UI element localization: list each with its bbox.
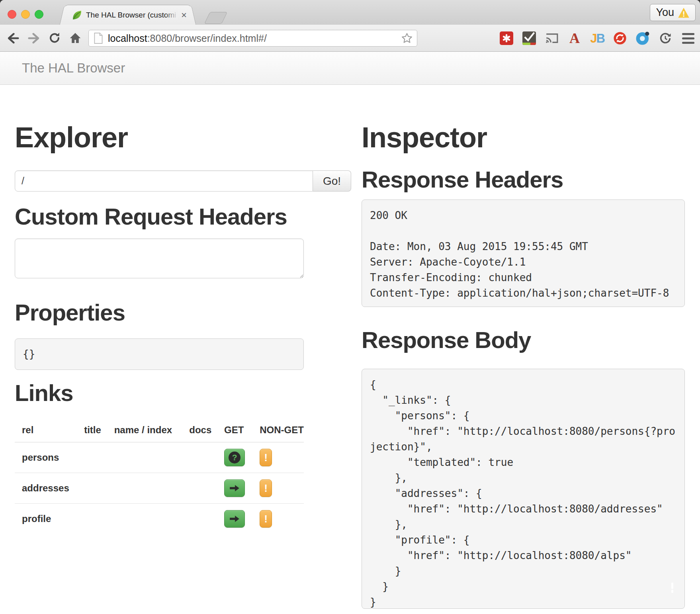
blue-circle-extension-icon[interactable] (635, 31, 650, 45)
traffic-lights (8, 10, 43, 19)
letter-a-extension-icon[interactable]: A (567, 31, 582, 45)
tab-strip: The HAL Browser (customi × You (0, 0, 700, 25)
site-brand: The HAL Browser (22, 61, 125, 76)
home-button[interactable] (68, 32, 83, 45)
response-body-title: Response Body (362, 329, 685, 352)
feedly-mini-button[interactable] (666, 581, 684, 599)
bookmark-star-icon[interactable] (401, 32, 413, 44)
response-headers-title: Response Headers (362, 168, 685, 191)
minimize-window-button[interactable] (21, 10, 30, 19)
non-get-button[interactable]: ! (260, 479, 272, 497)
non-get-button[interactable]: ! (260, 510, 272, 528)
rel-label: addresses (15, 473, 84, 504)
url-path: :8080/browser/index.html#/ (147, 33, 267, 44)
get-follow-button[interactable] (224, 510, 245, 528)
inspector-title: Inspector (362, 123, 685, 152)
url-host: localhost (108, 33, 147, 44)
explorer-address-group: Go! (15, 170, 351, 192)
rel-label: profile (15, 504, 84, 534)
table-row-persons: persons ? ! (15, 442, 304, 473)
page-icon (94, 32, 103, 44)
extension-icons: A JB (499, 25, 695, 52)
forward-button[interactable] (26, 32, 41, 44)
links-table-header-row: rel title name / index docs GET NON-GET (15, 417, 304, 442)
response-body-wrap: { "_links": { "persons": { "href": "http… (362, 369, 685, 609)
site-navbar: The HAL Browser (0, 52, 700, 85)
explorer-address-input[interactable] (15, 170, 313, 192)
docs-cell (189, 442, 224, 473)
table-row-addresses: addresses ! (15, 473, 304, 504)
properties-value: {} (15, 338, 304, 370)
arrow-right-icon (229, 484, 240, 493)
reload-button[interactable] (47, 32, 62, 45)
red-sync-extension-icon[interactable] (613, 31, 627, 45)
title-cell (84, 504, 114, 534)
back-arrow-icon (6, 32, 20, 44)
jb-extension-icon[interactable]: JB (590, 31, 604, 45)
inspector-column: Inspector Response Headers 200 OK Date: … (362, 85, 685, 609)
title-cell (84, 473, 114, 504)
col-header-rel: rel (15, 417, 84, 442)
reload-icon (48, 32, 61, 45)
home-icon (69, 32, 82, 45)
lastpass-extension-icon[interactable] (499, 31, 514, 45)
new-tab-button[interactable] (204, 12, 228, 24)
arrow-right-icon (229, 514, 240, 523)
name-index-cell (114, 442, 190, 473)
page-content: Explorer Go! Custom Request Headers Prop… (0, 85, 700, 609)
custom-request-headers-title: Custom Request Headers (15, 205, 351, 228)
properties-title: Properties (15, 301, 351, 324)
chromecast-extension-icon[interactable] (545, 31, 559, 45)
spring-leaf-favicon (71, 10, 82, 21)
forward-arrow-icon (27, 32, 41, 44)
get-templated-button[interactable]: ? (224, 449, 245, 466)
address-bar[interactable]: localhost:8080/browser/index.html#/ (88, 30, 417, 47)
checkmark-extension-icon[interactable] (522, 31, 536, 45)
session-sync-extension-icon[interactable] (658, 31, 673, 45)
explorer-column: Explorer Go! Custom Request Headers Prop… (15, 85, 351, 534)
name-index-cell (114, 473, 190, 504)
non-get-button[interactable]: ! (260, 449, 272, 466)
zoom-window-button[interactable] (35, 10, 43, 19)
response-body-value: { "_links": { "persons": { "href": "http… (362, 369, 685, 609)
name-index-cell (114, 504, 190, 534)
col-header-title: title (84, 417, 114, 442)
profile-you-label: You (656, 6, 674, 19)
col-header-get: GET (224, 417, 260, 442)
links-table: rel title name / index docs GET NON-GET … (15, 417, 304, 534)
profile-you-button[interactable]: You (650, 4, 696, 21)
tab-close-icon[interactable]: × (181, 10, 187, 20)
get-follow-button[interactable] (224, 479, 245, 497)
col-header-docs: docs (189, 417, 224, 442)
go-button[interactable]: Go! (313, 170, 351, 192)
col-header-non-get: NON-GET (260, 417, 304, 442)
col-header-name-index: name / index (114, 417, 190, 442)
custom-request-headers-input[interactable] (15, 239, 304, 278)
warning-icon (678, 7, 690, 18)
question-icon: ? (229, 452, 241, 463)
docs-cell (189, 504, 224, 534)
back-button[interactable] (6, 32, 21, 44)
explorer-title: Explorer (15, 123, 351, 152)
close-window-button[interactable] (8, 10, 16, 19)
response-headers-value: 200 OK Date: Mon, 03 Aug 2015 19:55:45 G… (362, 199, 685, 307)
browser-toolbar: localhost:8080/browser/index.html#/ (0, 25, 700, 52)
rel-label: persons (15, 442, 84, 473)
url-text: localhost:8080/browser/index.html#/ (108, 33, 401, 44)
docs-cell (189, 473, 224, 504)
links-title: Links (15, 381, 351, 405)
table-row-profile: profile ! (15, 504, 304, 534)
chrome-menu-button[interactable] (681, 31, 695, 45)
browser-tab[interactable]: The HAL Browser (customi × (65, 5, 191, 25)
title-cell (84, 442, 114, 473)
tab-title: The HAL Browser (customi (86, 11, 178, 20)
browser-window: The HAL Browser (customi × You (0, 0, 700, 614)
